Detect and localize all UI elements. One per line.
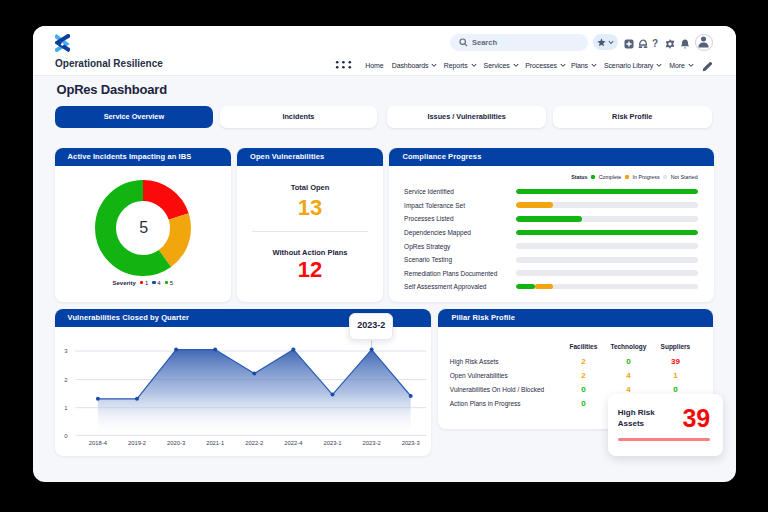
svg-text:2022-2: 2022-2: [245, 440, 263, 446]
svg-text:2023-2: 2023-2: [362, 440, 380, 446]
svg-text:2023-1: 2023-1: [323, 440, 341, 446]
svg-text:3: 3: [64, 348, 68, 354]
svg-text:2019-2: 2019-2: [128, 440, 146, 446]
svg-text:2022-4: 2022-4: [284, 440, 303, 446]
svg-text:5: 5: [139, 219, 148, 236]
svg-text:2023-3: 2023-3: [401, 440, 419, 446]
svg-text:1: 1: [64, 405, 68, 411]
svg-text:0: 0: [64, 433, 68, 439]
svg-text:2021-1: 2021-1: [206, 440, 224, 446]
svg-text:2020-3: 2020-3: [167, 440, 185, 446]
svg-text:2018-4: 2018-4: [88, 440, 107, 446]
svg-text:2: 2: [64, 377, 68, 383]
